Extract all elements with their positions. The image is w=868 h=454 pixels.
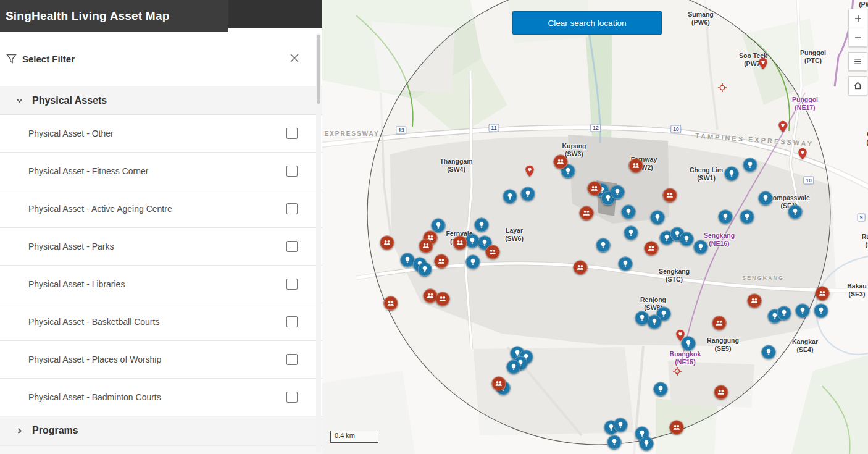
program-marker-icon-glyph — [632, 161, 641, 170]
program-marker-icon[interactable] — [712, 316, 727, 330]
asset-marker-icon[interactable] — [759, 191, 773, 206]
asset-marker-icon[interactable] — [466, 255, 480, 269]
asset-marker-icon-glyph — [696, 243, 706, 252]
legend-icon[interactable] — [848, 52, 867, 71]
program-marker-icon[interactable] — [435, 254, 449, 269]
panel-title: Select Filter — [22, 54, 75, 64]
asset-marker-icon-glyph — [434, 221, 443, 230]
program-marker-icon[interactable] — [645, 242, 659, 256]
asset-marker-icon[interactable] — [648, 315, 662, 329]
health-poi-pin-icon-glyph — [778, 120, 788, 133]
health-poi-pin-icon[interactable] — [525, 165, 535, 177]
crosshair-icon[interactable] — [672, 366, 683, 377]
asset-marker-icon[interactable] — [740, 210, 754, 224]
program-marker-icon-glyph — [495, 379, 504, 389]
asset-marker-icon-glyph — [761, 194, 770, 203]
asset-marker-icon[interactable] — [432, 219, 446, 233]
filter-sections: Physical AssetsPhysical Asset - OtherPhy… — [0, 86, 322, 445]
asset-marker-icon[interactable] — [475, 218, 489, 232]
asset-marker-icon[interactable] — [651, 211, 665, 225]
asset-marker-icon[interactable] — [622, 205, 636, 219]
filter-checkbox[interactable] — [286, 279, 298, 290]
asset-marker-icon[interactable] — [521, 187, 535, 201]
health-poi-pin-icon[interactable] — [798, 148, 807, 160]
asset-marker-icon[interactable] — [596, 238, 611, 253]
program-marker-icon-glyph — [426, 292, 435, 301]
filter-checkbox[interactable] — [286, 166, 298, 177]
asset-marker-icon[interactable] — [680, 232, 694, 246]
asset-marker-icon[interactable] — [694, 240, 708, 254]
program-marker-icon[interactable] — [419, 239, 433, 253]
filter-panel-header: Select Filter — [0, 32, 322, 86]
asset-marker-icon-glyph — [791, 208, 800, 217]
program-marker-icon[interactable] — [486, 245, 500, 259]
program-marker-icon[interactable] — [663, 188, 677, 203]
asset-marker-icon-glyph — [798, 306, 807, 316]
map-canvas[interactable]: Sumang(PW6)(PW1)Soo Teck(PW7)Punggol(PTC… — [322, 0, 868, 454]
health-poi-pin-icon[interactable] — [758, 57, 768, 70]
program-marker-icon[interactable] — [554, 155, 568, 169]
sidebar-scrollbar[interactable] — [316, 33, 321, 453]
health-poi-pin-icon[interactable] — [778, 120, 788, 133]
program-marker-icon[interactable] — [574, 261, 588, 275]
asset-marker-icon-glyph — [627, 229, 636, 238]
filter-checkbox[interactable] — [286, 316, 298, 327]
section-label: Programs — [32, 425, 78, 436]
filter-checkbox[interactable] — [286, 354, 298, 365]
program-marker-icon[interactable] — [670, 421, 684, 435]
section-label: Physical Assets — [32, 95, 107, 106]
asset-marker-icon[interactable] — [725, 167, 739, 181]
asset-marker-icon[interactable] — [796, 304, 810, 318]
asset-marker-icon[interactable] — [607, 435, 622, 450]
filter-row-physical-asset-libraries: Physical Asset - Libraries — [0, 266, 322, 303]
asset-marker-icon[interactable] — [788, 205, 803, 219]
asset-marker-icon-glyph — [468, 237, 477, 246]
asset-marker-icon[interactable] — [614, 418, 628, 432]
map-basemap — [322, 0, 868, 454]
program-marker-icon[interactable] — [453, 236, 467, 250]
asset-marker-icon-glyph — [564, 167, 573, 176]
program-marker-icon[interactable] — [588, 182, 602, 196]
asset-marker-icon[interactable] — [719, 210, 733, 224]
asset-marker-icon-glyph — [506, 192, 515, 201]
filter-checkbox[interactable] — [286, 241, 298, 252]
close-icon[interactable] — [288, 53, 301, 66]
program-marker-icon[interactable] — [629, 159, 643, 173]
health-poi-pin-icon-glyph — [675, 329, 685, 342]
program-marker-icon[interactable] — [384, 296, 398, 311]
program-marker-icon[interactable] — [748, 294, 762, 308]
section-header-physical-assets[interactable]: Physical Assets — [0, 86, 322, 115]
asset-marker-icon[interactable] — [611, 185, 625, 200]
asset-marker-icon[interactable] — [640, 437, 654, 451]
asset-marker-icon[interactable] — [743, 158, 757, 172]
asset-marker-icon[interactable] — [654, 382, 668, 397]
asset-marker-icon[interactable] — [619, 257, 633, 271]
filter-checkbox[interactable] — [286, 392, 298, 403]
zoom-in-button[interactable] — [848, 9, 867, 28]
filter-checkbox[interactable] — [286, 203, 298, 214]
program-marker-icon[interactable] — [816, 287, 830, 301]
crosshair-icon[interactable] — [717, 83, 728, 93]
section-header-programs[interactable]: Programs — [0, 416, 322, 445]
scrollbar-thumb[interactable] — [317, 35, 320, 104]
asset-marker-icon-glyph — [638, 314, 647, 323]
filter-row-label: Physical Asset - Fitness Corner — [28, 166, 149, 176]
clear-search-location-button[interactable]: Clear search location — [512, 11, 662, 35]
asset-marker-icon[interactable] — [503, 190, 517, 204]
program-marker-icon[interactable] — [714, 385, 728, 400]
asset-marker-icon[interactable] — [624, 226, 638, 240]
program-marker-icon[interactable] — [436, 292, 450, 306]
health-poi-pin-icon-glyph — [525, 165, 535, 177]
asset-marker-icon[interactable] — [814, 304, 828, 318]
asset-marker-icon[interactable] — [418, 263, 432, 277]
zoom-out-button[interactable] — [848, 28, 867, 47]
program-marker-icon[interactable] — [380, 236, 394, 250]
program-marker-icon[interactable] — [580, 206, 594, 221]
filter-checkbox[interactable] — [286, 128, 298, 139]
home-icon[interactable] — [848, 76, 867, 95]
program-marker-icon[interactable] — [492, 377, 506, 391]
asset-marker-icon[interactable] — [777, 306, 791, 321]
asset-marker-icon[interactable] — [507, 360, 521, 374]
health-poi-pin-icon[interactable] — [675, 329, 685, 342]
asset-marker-icon[interactable] — [762, 345, 776, 359]
